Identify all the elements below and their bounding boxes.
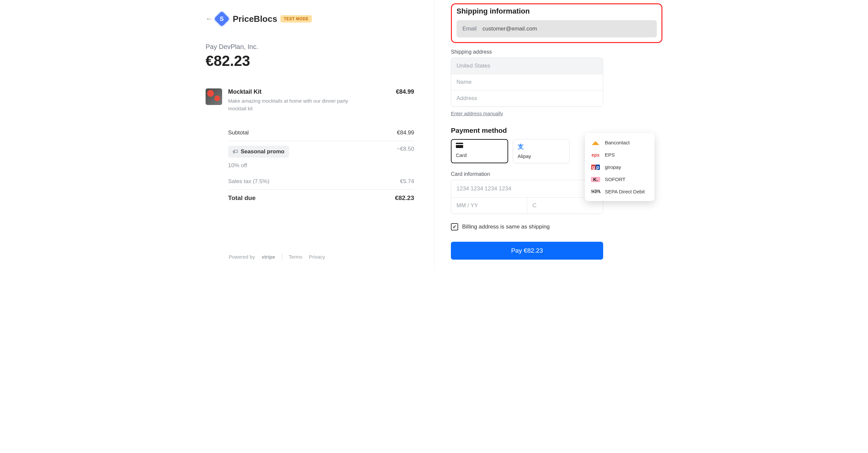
privacy-link[interactable]: Privacy: [309, 254, 325, 260]
brand-name: PriceBlocs: [233, 14, 277, 24]
email-label: Email: [462, 26, 477, 32]
back-arrow-icon[interactable]: ←: [206, 14, 213, 23]
subtotal-label: Subtotal: [228, 129, 249, 136]
pay-to-label: Pay DevPlan, Inc.: [206, 43, 414, 51]
eps-icon: eps: [591, 152, 600, 158]
payment-methods-popover: ◢◣ Bancontact eps EPS gp giropay K. SOFO…: [585, 133, 654, 201]
shipping-title: Shipping information: [457, 7, 657, 16]
promo-name: Seasonal promo: [241, 148, 284, 155]
total-label: Total due: [228, 194, 255, 202]
payment-tile-card[interactable]: Card: [451, 139, 508, 163]
pm-option-giropay[interactable]: gp giropay: [585, 161, 654, 173]
subtotal-value: €84.99: [397, 129, 414, 136]
sofort-icon: K.: [591, 177, 600, 182]
billing-same-checkbox[interactable]: ✔: [451, 223, 458, 231]
tax-label: Sales tax (7.5%): [228, 178, 270, 185]
card-expiry-input[interactable]: MM / YY: [451, 198, 527, 214]
enter-address-manually-link[interactable]: Enter address manually: [451, 111, 503, 116]
name-input[interactable]: Name: [451, 74, 603, 90]
bancontact-icon: ◢◣: [591, 140, 600, 145]
country-select[interactable]: United States: [451, 58, 603, 74]
svg-rect-1: [456, 144, 463, 145]
terms-link[interactable]: Terms: [289, 254, 302, 260]
card-tile-label: Card: [456, 152, 503, 158]
item-title: Mocktail Kit: [228, 88, 261, 95]
stripe-logo-text: stripe: [261, 254, 275, 260]
brand-logo: S: [214, 11, 230, 27]
tax-value: €5.74: [400, 178, 414, 185]
card-info-label: Card information: [451, 171, 603, 177]
payment-tile-alipay[interactable]: 支 Alipay: [513, 139, 570, 163]
promo-note: 10% off: [228, 162, 247, 169]
alipay-tile-label: Alipay: [518, 153, 565, 159]
powered-label: Powered by: [229, 254, 255, 260]
test-mode-badge: TEST MODE: [280, 15, 312, 23]
svg-rect-0: [456, 143, 463, 148]
footer-divider: [282, 254, 282, 260]
shipping-address-label: Shipping address: [451, 49, 662, 55]
promo-chip[interactable]: 🏷 Seasonal promo: [228, 146, 289, 158]
pay-button[interactable]: Pay €82.23: [451, 242, 603, 260]
tag-icon: 🏷: [233, 149, 238, 155]
giropay-icon: gp: [591, 164, 600, 170]
sepa-icon: S€PA: [591, 189, 600, 194]
billing-same-label: Billing address is same as shipping: [462, 223, 550, 230]
alipay-icon: 支: [518, 143, 565, 151]
total-value: €82.23: [395, 194, 414, 202]
promo-discount: −€8.50: [397, 146, 414, 158]
product-thumbnail: [206, 88, 222, 105]
item-price: €84.99: [396, 88, 414, 95]
item-description: Make amazing mocktails at home with our …: [228, 97, 354, 112]
email-value: customer@email.com: [483, 26, 537, 32]
card-number-input[interactable]: 1234 1234 1234 1234: [451, 180, 603, 198]
shipping-highlight-box: Shipping information Email customer@emai…: [451, 3, 662, 43]
address-input[interactable]: Address: [451, 90, 603, 106]
amount-total: €82.23: [206, 53, 414, 69]
pm-option-sepa[interactable]: S€PA SEPA Direct Debit: [585, 185, 654, 198]
pm-option-bancontact[interactable]: ◢◣ Bancontact: [585, 137, 654, 149]
card-icon: [456, 143, 503, 150]
pm-option-eps[interactable]: eps EPS: [585, 149, 654, 161]
email-display[interactable]: Email customer@email.com: [457, 20, 657, 37]
pm-option-sofort[interactable]: K. SOFORT: [585, 173, 654, 185]
